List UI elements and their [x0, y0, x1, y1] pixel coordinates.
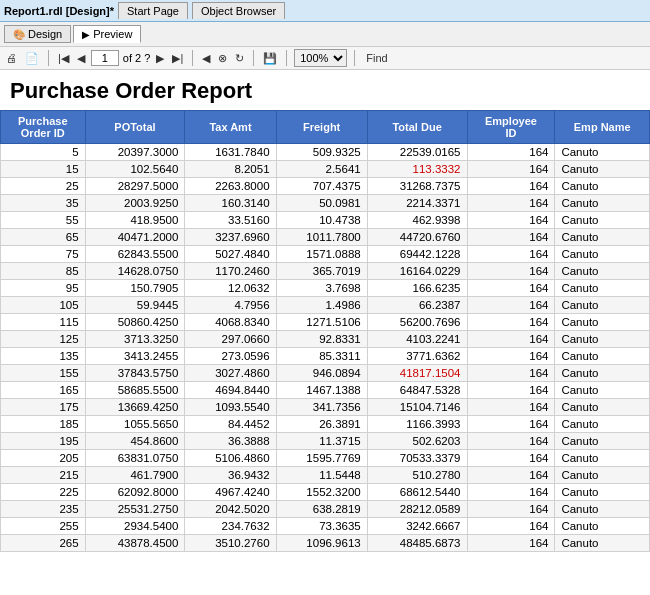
find-button[interactable]: Find — [366, 52, 387, 64]
col-header-tax-amt: Tax Amt — [185, 111, 276, 144]
table-cell: 64847.5328 — [367, 382, 467, 399]
table-cell: 1595.7769 — [276, 450, 367, 467]
title-bar: Report1.rdl [Design]* Start Page Object … — [0, 0, 650, 22]
table-cell: 68612.5440 — [367, 484, 467, 501]
table-cell: 69442.1228 — [367, 246, 467, 263]
table-cell: 22539.0165 — [367, 144, 467, 161]
table-cell: 164 — [467, 297, 555, 314]
table-cell: 20397.3000 — [85, 144, 185, 161]
table-cell: 164 — [467, 535, 555, 552]
table-cell: Canuto — [555, 229, 650, 246]
table-cell: 15 — [1, 161, 86, 178]
print-layout-icon[interactable]: 📄 — [23, 51, 41, 66]
stop-button[interactable]: ⊗ — [216, 51, 229, 66]
title-bar-tab-startpage[interactable]: Start Page — [118, 2, 188, 19]
export-icon[interactable]: 💾 — [261, 51, 279, 66]
preview-button[interactable]: ▶ Preview — [73, 25, 141, 43]
table-cell: 418.9500 — [85, 212, 185, 229]
table-cell: 63831.0750 — [85, 450, 185, 467]
table-cell: 31268.7375 — [367, 178, 467, 195]
table-cell: Canuto — [555, 246, 650, 263]
table-cell: 48485.6873 — [367, 535, 467, 552]
table-cell: 502.6203 — [367, 433, 467, 450]
print-icon[interactable]: 🖨 — [4, 51, 19, 65]
table-row: 15537843.57503027.4860946.089441817.1504… — [1, 365, 650, 382]
table-cell: 215 — [1, 467, 86, 484]
table-cell: 3510.2760 — [185, 535, 276, 552]
table-row: 195454.860036.388811.3715502.6203164Canu… — [1, 433, 650, 450]
table-row: 520397.30001631.7840509.932522539.016516… — [1, 144, 650, 161]
table-cell: 1571.0888 — [276, 246, 367, 263]
table-cell: 164 — [467, 195, 555, 212]
col-header-freight: Freight — [276, 111, 367, 144]
table-cell: 43878.4500 — [85, 535, 185, 552]
table-cell: 164 — [467, 331, 555, 348]
report-table-container[interactable]: PurchaseOrder ID POTotal Tax Amt Freight… — [0, 110, 650, 575]
table-row: 1253713.3250297.066092.83314103.2241164C… — [1, 331, 650, 348]
table-cell: Canuto — [555, 501, 650, 518]
prev-page-button[interactable]: ◀ — [75, 51, 87, 66]
table-cell: 461.7900 — [85, 467, 185, 484]
table-row: 15102.56408.20512.5641113.3332164Canuto — [1, 161, 650, 178]
table-cell: Canuto — [555, 450, 650, 467]
design-button[interactable]: 🎨 Design — [4, 25, 71, 43]
table-cell: 4967.4240 — [185, 484, 276, 501]
table-cell: 92.8331 — [276, 331, 367, 348]
table-cell: 164 — [467, 382, 555, 399]
title-bar-text: Report1.rdl [Design]* — [4, 5, 114, 17]
table-cell: 509.9325 — [276, 144, 367, 161]
nav-toolbar: 🖨 📄 |◀ ◀ 1 of 2 ? ▶ ▶| ◀ ⊗ ↻ 💾 100% 75% … — [0, 47, 650, 70]
table-cell: Canuto — [555, 280, 650, 297]
table-cell: 454.8600 — [85, 433, 185, 450]
table-cell: 113.3332 — [367, 161, 467, 178]
table-cell: 8.2051 — [185, 161, 276, 178]
table-cell: 2.5641 — [276, 161, 367, 178]
table-row: 20563831.07505106.48601595.776970533.337… — [1, 450, 650, 467]
table-row: 10559.94454.79561.498666.2387164Canuto — [1, 297, 650, 314]
first-page-button[interactable]: |◀ — [56, 51, 71, 66]
table-cell: 462.9398 — [367, 212, 467, 229]
table-cell: 164 — [467, 314, 555, 331]
table-row: 6540471.20003237.69601011.780044720.6760… — [1, 229, 650, 246]
table-cell: 1011.7800 — [276, 229, 367, 246]
table-cell: Canuto — [555, 433, 650, 450]
table-cell: 2003.9250 — [85, 195, 185, 212]
table-cell: 510.2780 — [367, 467, 467, 484]
table-cell: 164 — [467, 246, 555, 263]
title-bar-tab-objectbrowser[interactable]: Object Browser — [192, 2, 285, 19]
table-cell: 164 — [467, 501, 555, 518]
page-input[interactable]: 1 — [91, 50, 119, 66]
table-cell: 150.7905 — [85, 280, 185, 297]
table-cell: 160.3140 — [185, 195, 276, 212]
table-cell: 164 — [467, 467, 555, 484]
table-cell: 1055.5650 — [85, 416, 185, 433]
table-cell: Canuto — [555, 263, 650, 280]
table-cell: 164 — [467, 365, 555, 382]
table-cell: 3027.4860 — [185, 365, 276, 382]
table-cell: 40471.2000 — [85, 229, 185, 246]
table-cell: 164 — [467, 348, 555, 365]
table-cell: 164 — [467, 263, 555, 280]
col-header-employee-id: EmployeeID — [467, 111, 555, 144]
back-button[interactable]: ◀ — [200, 51, 212, 66]
last-page-button[interactable]: ▶| — [170, 51, 185, 66]
table-cell: 5106.4860 — [185, 450, 276, 467]
table-cell: 5 — [1, 144, 86, 161]
refresh-button[interactable]: ↻ — [233, 51, 246, 66]
table-cell: 14628.0750 — [85, 263, 185, 280]
table-cell: 164 — [467, 450, 555, 467]
table-cell: 41817.1504 — [367, 365, 467, 382]
table-cell: 28212.0589 — [367, 501, 467, 518]
zoom-select[interactable]: 100% 75% 50% 150% 200% — [294, 49, 347, 67]
next-page-button[interactable]: ▶ — [154, 51, 166, 66]
col-header-purchase-order-id: PurchaseOrder ID — [1, 111, 86, 144]
col-header-emp-name: Emp Name — [555, 111, 650, 144]
table-cell: 3237.6960 — [185, 229, 276, 246]
col-header-pototal: POTotal — [85, 111, 185, 144]
table-cell: Canuto — [555, 212, 650, 229]
table-cell: 4103.2241 — [367, 331, 467, 348]
table-cell: Canuto — [555, 314, 650, 331]
table-cell: 4694.8440 — [185, 382, 276, 399]
table-cell: 1.4986 — [276, 297, 367, 314]
table-cell: 59.9445 — [85, 297, 185, 314]
